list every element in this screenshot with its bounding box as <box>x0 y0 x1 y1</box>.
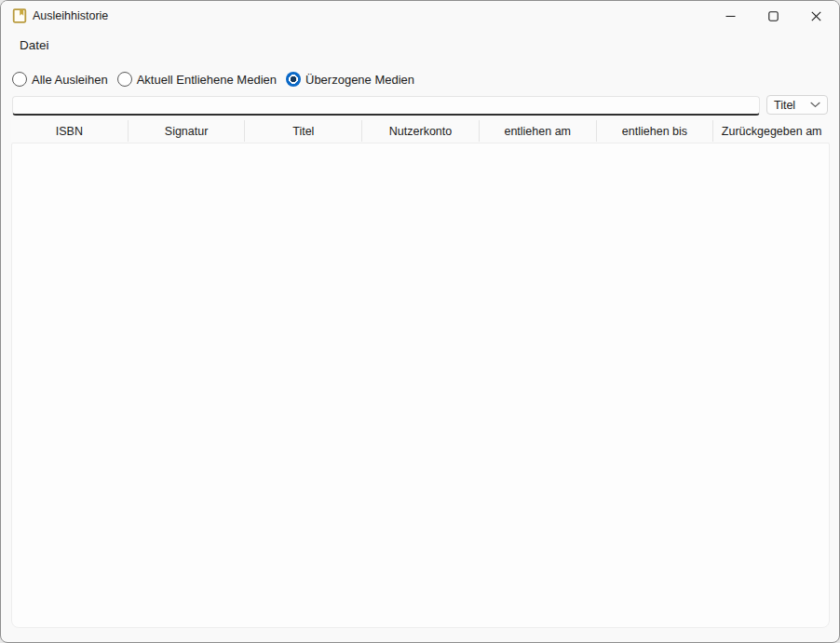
search-input[interactable] <box>12 96 760 116</box>
radio-button-alle-ausleihen[interactable] <box>12 72 27 87</box>
maximize-icon <box>768 11 779 21</box>
radio-button-aktuell-entliehene-medien[interactable] <box>117 72 132 87</box>
menubar: Datei <box>1 31 839 59</box>
column-header-zurueckgegeben-am[interactable]: Zurückgegeben am <box>713 120 830 142</box>
radio-label: Aktuell Entliehene Medien <box>137 73 277 87</box>
chevron-down-icon <box>810 102 820 108</box>
table-header: ISBN Signatur Titel Nutzerkonto entliehe… <box>11 120 830 142</box>
column-header-isbn[interactable]: ISBN <box>11 120 129 142</box>
maximize-button[interactable] <box>752 2 794 31</box>
minimize-button[interactable] <box>709 2 752 31</box>
window-title: Ausleihhistorie <box>33 9 108 22</box>
column-header-signatur[interactable]: Signatur <box>129 120 246 142</box>
minimize-icon <box>725 11 736 21</box>
loan-filter-group: Alle Ausleihen Aktuell Entliehene Medien… <box>12 71 414 88</box>
column-header-titel[interactable]: Titel <box>245 120 362 142</box>
radio-option-ueberzogene-medien[interactable]: Überzogene Medien <box>286 72 414 87</box>
app-window: Ausleihhistorie Datei <box>0 0 840 643</box>
column-header-entliehen-am[interactable]: entliehen am <box>480 120 597 142</box>
book-bookmark-icon <box>12 8 27 23</box>
search-field-dropdown[interactable]: Titel <box>766 95 828 115</box>
window-controls <box>709 2 837 31</box>
radio-button-ueberzogene-medien[interactable] <box>286 72 301 87</box>
radio-label: Überzogene Medien <box>305 73 414 87</box>
table-body[interactable] <box>11 143 830 628</box>
column-header-nutzerkonto[interactable]: Nutzerkonto <box>362 120 480 142</box>
titlebar[interactable]: Ausleihhistorie <box>1 1 839 31</box>
menu-item-datei[interactable]: Datei <box>18 36 51 54</box>
close-icon <box>811 11 821 21</box>
radio-option-alle-ausleihen[interactable]: Alle Ausleihen <box>12 72 108 87</box>
column-header-entliehen-bis[interactable]: entliehen bis <box>597 120 714 142</box>
radio-label: Alle Ausleihen <box>32 73 108 87</box>
close-button[interactable] <box>794 2 837 31</box>
dropdown-selected-value: Titel <box>774 99 795 112</box>
radio-option-aktuell-entliehene-medien[interactable]: Aktuell Entliehene Medien <box>117 72 277 87</box>
